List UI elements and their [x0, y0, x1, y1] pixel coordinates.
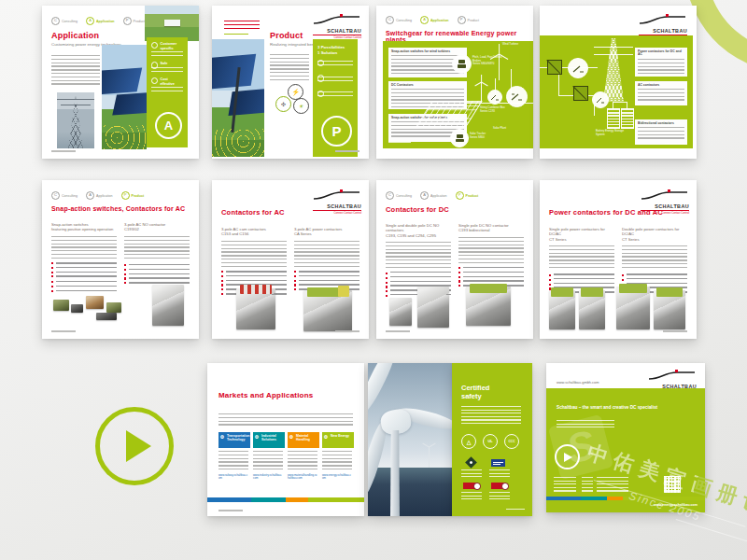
nav-badge-product: PProduct [456, 191, 479, 200]
category-header: ⚙New Energy [322, 432, 354, 448]
category-link[interactable]: www.materialhandling.schaltbau.com [288, 474, 317, 480]
cert-caption [461, 492, 482, 501]
category-link[interactable]: www.energy.schaltbau.com [322, 474, 352, 480]
diagram-label: Battery Energy Storage System [596, 130, 633, 136]
page-switchgear-left: CConsulting AApplication PProduct Switch… [376, 6, 533, 159]
inverter-icon [547, 60, 562, 75]
col-heading-line2: CT Series [549, 237, 614, 242]
turbine-tower [390, 430, 400, 516]
page-footer [51, 150, 76, 152]
feature-bullets [124, 264, 190, 287]
stripe-segment [623, 497, 705, 500]
page-title: Product [270, 31, 303, 40]
gear-icon: ⚙ [220, 434, 224, 440]
stripe-segment [581, 497, 606, 500]
solar-panels-photo [102, 45, 147, 149]
page-product: SCHALTBAU Connect Contact Control Produc… [212, 6, 369, 159]
snap-switch-photo [71, 304, 83, 313]
tuv-cert-logo [463, 483, 478, 489]
nav-badge-consulting: CConsulting [386, 191, 412, 200]
diagram-footer [665, 143, 685, 146]
category-header: ⚙Material Handling [288, 432, 319, 448]
page-title: Snap-action switches, Contactors for AC [51, 205, 185, 212]
page-footer [663, 330, 687, 332]
brand-name: SCHALTBAU [313, 204, 361, 209]
cam-contactor-photo [236, 288, 275, 329]
switch-device-icon [457, 134, 463, 138]
play-button[interactable] [95, 407, 174, 485]
switch-circle [506, 86, 528, 107]
cert-caption [489, 469, 510, 477]
tuv-cert-logo [491, 483, 506, 489]
component-circle [452, 54, 472, 74]
diagram-label: Solar TrackerSeries S800 [470, 133, 498, 139]
gear-icon: ⚙ [289, 434, 293, 440]
switch-circle [487, 90, 502, 105]
energy-icons-cluster: ⚡ ✣ ☀ [275, 84, 311, 116]
section-nav: CConsulting AApplication PProduct [51, 17, 145, 25]
intro-red-text [224, 21, 260, 32]
address-block [554, 477, 576, 492]
col-heading-line2: CT Series [622, 237, 687, 242]
nav-badge-consulting: CConsulting [386, 16, 412, 24]
category-header: ⚙Transportation Technology [218, 432, 250, 448]
swoosh-icon [639, 14, 687, 25]
switch-device-icon [458, 60, 465, 63]
solution-item [317, 60, 353, 70]
category-link[interactable]: www.railway.schaltbau.com [218, 474, 248, 480]
col-text [51, 236, 117, 259]
page-title: Certified safety [461, 384, 489, 400]
col-heading-line1: Single and double pole DC NO contactors [386, 223, 451, 233]
intro-text [218, 413, 353, 427]
brand-name: SCHALTBAU [639, 29, 687, 34]
benefit-item: Safe [151, 62, 183, 73]
back-website[interactable]: www.schaltbau-gmbh.com [557, 380, 599, 385]
ct-contactor-photo [616, 287, 650, 329]
category-link[interactable]: www.industry.schaltbau.com [253, 474, 283, 480]
ul-mark-icon: UL [483, 434, 498, 449]
field-photo [145, 6, 199, 41]
back-green-panel: S Schaltbau – the smart and creative DC … [546, 388, 705, 512]
snap-switch-photo [106, 302, 121, 313]
section-nav: CConsulting AApplication PProduct [386, 191, 478, 200]
component-circle [450, 129, 469, 147]
ct-contactor-photo [654, 290, 685, 329]
body-text-block [270, 54, 309, 82]
color-stripe [546, 497, 705, 500]
snap-switch-photo [96, 313, 117, 320]
swoosh-icon [648, 370, 697, 381]
gear-icon: ⚙ [255, 434, 259, 440]
page-markets: Markets and Applications ⚙Transportation… [207, 363, 364, 516]
nav-badge-product: PProduct [121, 191, 145, 200]
ct-contactor-photo [549, 290, 575, 329]
category-text [288, 451, 317, 471]
switch-device-icon [456, 139, 464, 143]
energy-diagram-left: Snap-action switches for wind turbines D… [383, 41, 533, 148]
gear-icon: ⚙ [324, 434, 328, 440]
stripe-segment [286, 497, 308, 502]
box-heading: DC Contactors [391, 84, 464, 88]
col-heading-line1: Single pole power contactors for DC/AC [549, 227, 614, 237]
nav-badge-consulting: CConsulting [51, 191, 78, 200]
col-heading-line2: C193/02 [124, 227, 190, 231]
page-certified-safety: Certified safety △ UL CCC [452, 363, 532, 516]
wind-icon: ✣ [275, 96, 291, 112]
swoosh-icon [313, 189, 361, 201]
page-title: Contactors for AC [221, 208, 285, 217]
swoosh-icon [313, 14, 361, 25]
section-marker-P: P [321, 116, 352, 147]
back-play-button[interactable] [555, 444, 580, 469]
section-nav: CConsulting AApplication PProduct [386, 16, 479, 24]
column-2: 3-pole AC NO contactor C193/02 [124, 222, 190, 287]
brand-name: SCHALTBAU [313, 29, 361, 34]
nav-badge-product: PProduct [458, 16, 479, 24]
cert-caption [461, 469, 482, 477]
category-text [322, 451, 352, 471]
col-text [294, 241, 359, 267]
nav-badge-application: AApplication [86, 17, 115, 25]
section-marker-A: A [155, 112, 182, 139]
cert-circles: △ UL CCC [461, 434, 519, 449]
page-application: CConsulting AApplication PProduct Applic… [42, 6, 199, 159]
iris-cert-logo [491, 459, 505, 467]
body-text [461, 406, 521, 425]
